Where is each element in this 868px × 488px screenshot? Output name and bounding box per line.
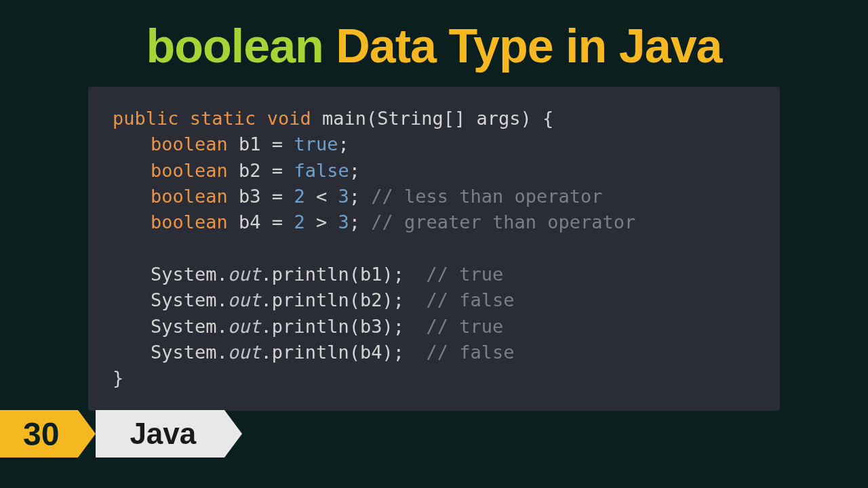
title-word-rest: Data Type in Java [336, 20, 722, 73]
code-line-4: boolean b3 = 2 < 3; // less than operato… [113, 184, 760, 209]
code-line-9: System.out.println(b4); // false [113, 340, 760, 365]
code-line-5: boolean b4 = 2 > 3; // greater than oper… [113, 209, 760, 235]
code-block: public static void main(String[] args) {… [88, 87, 780, 411]
code-line-6: System.out.println(b1); // true [113, 262, 760, 287]
code-line-1: public static void main(String[] args) { [113, 106, 760, 131]
code-line-7: System.out.println(b2); // false [113, 287, 760, 313]
code-line-8: System.out.println(b3); // true [113, 314, 760, 340]
code-close-brace: } [113, 365, 760, 391]
lesson-number: 30 [0, 410, 78, 458]
title-word-boolean: boolean [146, 20, 323, 73]
slide-title: boolean Data Type in Java [0, 0, 868, 87]
lesson-label: Java [96, 410, 224, 458]
code-line-2: boolean b1 = true; [113, 131, 760, 157]
lesson-badge: 30 Java [0, 410, 224, 458]
code-line-3: boolean b2 = false; [113, 158, 760, 184]
code-blank-line [113, 236, 760, 262]
